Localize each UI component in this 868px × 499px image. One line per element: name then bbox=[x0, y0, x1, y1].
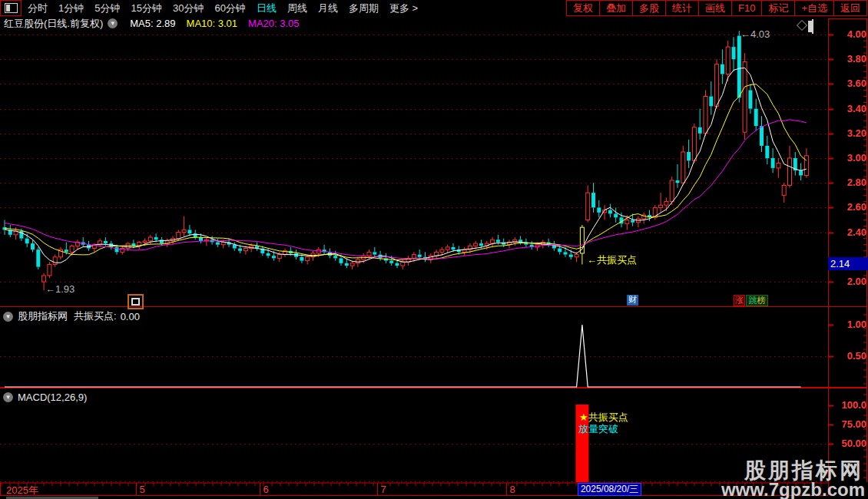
price-axis-label: 2.00 bbox=[834, 276, 866, 287]
tool-button[interactable]: 返回 bbox=[834, 0, 867, 16]
tool-button[interactable]: 标记 bbox=[762, 0, 795, 16]
period-tab[interactable]: 60分钟 bbox=[214, 2, 245, 15]
tool-button[interactable]: +自选 bbox=[795, 0, 834, 16]
buy-signal-annotation: ←共振买点 bbox=[587, 253, 637, 267]
period-tab[interactable]: 30分钟 bbox=[173, 2, 204, 15]
low-price-annotation: ←1.93 bbox=[45, 283, 75, 295]
trading-app-window: 分时1分钟5分钟15分钟30分钟60分钟日线周线月线多周期更多 > 复权叠加多股… bbox=[0, 0, 868, 499]
price-axis-label: 2.40 bbox=[834, 226, 866, 238]
sidebar-toggle-icon bbox=[5, 3, 18, 13]
indicator-value: 0.00 bbox=[121, 311, 140, 322]
crosshair-date-marker: 2025/08/20/三 bbox=[578, 483, 641, 496]
period-tab[interactable]: 15分钟 bbox=[131, 2, 161, 15]
crosshair-price-marker: 2.14 bbox=[828, 257, 868, 270]
price-axis-label: 4.00 bbox=[834, 28, 866, 40]
finance-report-badge[interactable]: 财 bbox=[627, 295, 638, 306]
indicator-name: 共振买点: bbox=[74, 309, 117, 323]
ma5-value: MA5: 2.89 bbox=[130, 18, 175, 29]
buy-signal-spike-line bbox=[5, 325, 801, 387]
watermark-url: www.7gpzb.com bbox=[721, 479, 865, 499]
indicator-source: 股朋指标网 bbox=[18, 309, 68, 323]
ma10-value: MA10: 3.01 bbox=[187, 18, 238, 29]
tool-button[interactable]: 统计 bbox=[666, 0, 699, 16]
x-axis-month-label: 7 bbox=[381, 484, 386, 495]
top-menu-bar: 分时1分钟5分钟15分钟30分钟60分钟日线周线月线多周期更多 > 复权叠加多股… bbox=[0, 0, 868, 16]
chevron-down-icon[interactable]: ▾ bbox=[108, 18, 118, 28]
macd-axis-label: 50.00 bbox=[834, 438, 866, 449]
tool-button[interactable]: 复权 bbox=[566, 0, 600, 16]
price-axis-label: 3.40 bbox=[834, 103, 866, 114]
macd-label: MACD(12,26,9) bbox=[18, 392, 87, 403]
x-axis-month-label: 6 bbox=[263, 484, 269, 495]
indicator-axis-label: 0.50 bbox=[834, 350, 866, 362]
tool-button[interactable]: 画线 bbox=[699, 0, 732, 16]
tool-button[interactable]: F10 bbox=[732, 0, 762, 16]
period-tab[interactable]: 日线 bbox=[257, 2, 277, 15]
period-tab[interactable]: 月线 bbox=[318, 2, 338, 15]
ma20-line bbox=[5, 120, 807, 259]
ma10-line bbox=[5, 84, 807, 260]
tools-menu: 复权叠加多股统计画线F10标记+自选返回 bbox=[566, 0, 867, 16]
panel-collapse-icon[interactable]: ▾ bbox=[3, 392, 13, 402]
x-axis-year-label: 2025年 bbox=[6, 484, 38, 497]
announcement-marker-icon[interactable] bbox=[128, 294, 144, 309]
chart-canvas[interactable] bbox=[0, 0, 868, 499]
period-tab[interactable]: 1分钟 bbox=[58, 2, 84, 15]
macd-panel-header: ▾ MACD(12,26,9) bbox=[3, 392, 87, 403]
ma20-value: MA20: 3.05 bbox=[248, 18, 300, 29]
panel-collapse-icon[interactable]: ▾ bbox=[3, 312, 13, 322]
chart-title-row: 红豆股份(日线.前复权) ▾ MA5: 2.89 MA10: 3.01 MA20… bbox=[4, 17, 300, 30]
macd-axis-label: 75.00 bbox=[834, 418, 866, 430]
limit-up-badge[interactable]: 涨 bbox=[734, 295, 745, 306]
x-axis-month-label: 5 bbox=[140, 484, 145, 495]
price-axis-label: 3.00 bbox=[834, 152, 866, 164]
period-tab[interactable]: 多周期 bbox=[349, 2, 379, 15]
macd-axis-label: 100.0 bbox=[834, 399, 866, 411]
price-axis-label: 3.80 bbox=[834, 53, 866, 64]
indicator-axis-label: 1.00 bbox=[834, 319, 866, 330]
period-tab[interactable]: 周线 bbox=[287, 2, 307, 15]
indicator-panel-header: ▾ 股朋指标网 共振买点: 0.00 bbox=[3, 309, 140, 323]
period-tab[interactable]: 更多 > bbox=[389, 2, 418, 15]
price-axis-label: 3.60 bbox=[834, 78, 866, 89]
price-axis-label: 3.20 bbox=[834, 127, 866, 139]
price-axis-label: 2.60 bbox=[834, 201, 866, 213]
ma5-line bbox=[5, 68, 807, 263]
layout-toggle-button[interactable] bbox=[0, 0, 22, 16]
period-menu: 分时1分钟5分钟15分钟30分钟60分钟日线周线月线多周期更多 > bbox=[28, 0, 418, 16]
period-tab[interactable]: 分时 bbox=[28, 2, 48, 15]
macd-signal-subtext: 放量突破 bbox=[578, 422, 618, 436]
peak-price-annotation: ←4.03 bbox=[740, 28, 770, 40]
stock-title: 红豆股份(日线.前复权) bbox=[4, 17, 103, 31]
pane-layout-icon[interactable] bbox=[812, 20, 813, 34]
ranking-badge[interactable]: 跳榜 bbox=[746, 295, 768, 306]
tool-button[interactable]: 多股 bbox=[633, 0, 666, 16]
tool-button[interactable]: 叠加 bbox=[600, 0, 633, 16]
period-tab[interactable]: 5分钟 bbox=[94, 2, 120, 15]
price-axis-label: 2.80 bbox=[834, 177, 866, 188]
x-axis-month-label: 8 bbox=[510, 484, 515, 495]
